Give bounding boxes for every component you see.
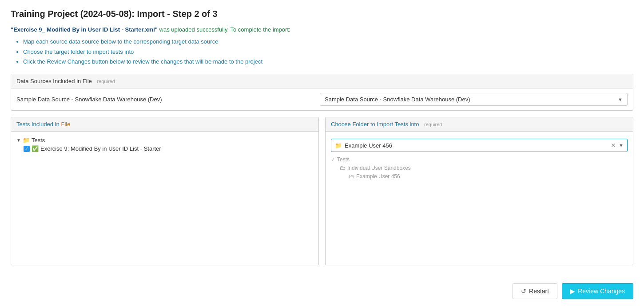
data-source-label: Sample Data Source - Snowflake Data Ware…: [16, 96, 314, 103]
tree-root-item: ▼ 📁 Tests: [16, 136, 313, 144]
folder-tree-label-0: Tests: [337, 156, 350, 163]
folder-tree-item-1: 🗁 Individual User Sandboxes: [340, 164, 628, 172]
data-source-mapping-row: Sample Data Source - Snowflake Data Ware…: [11, 88, 633, 110]
checkbox-icon[interactable]: [24, 146, 30, 152]
instruction-item-3: Click the Review Changes button below to…: [23, 57, 633, 67]
review-changes-label: Review Changes: [578, 288, 625, 295]
folder-tree: ✓ Tests 🗁 Individual User Sandboxes 🗁 Ex…: [331, 156, 628, 180]
two-panel-row: Tests Included in File ▼ 📁 Tests ✅ Exerc…: [11, 117, 633, 265]
folder-tree-item-0: ✓ Tests: [331, 156, 628, 164]
tests-panel-header: Tests Included in File: [11, 117, 318, 132]
filename-text: "Exercise 9_ Modified By in User ID List…: [11, 26, 158, 33]
chevron-down-icon: ▼: [16, 138, 21, 143]
instruction-item-2: Choose the target folder to import tests…: [23, 48, 633, 57]
tests-panel-header-suffix: File: [61, 121, 70, 128]
data-sources-header-text: Data Sources Included in File: [16, 78, 92, 84]
restart-button[interactable]: ↺ Restart: [513, 283, 557, 299]
tree-child-item: ✅ Exercise 9: Modified By in User ID Lis…: [24, 144, 313, 153]
tests-included-panel: Tests Included in File ▼ 📁 Tests ✅ Exerc…: [11, 117, 319, 265]
data-source-target-dropdown[interactable]: Sample Data Source - Snowflake Data Ware…: [320, 93, 628, 106]
instruction-item-1: Map each source data source below to the…: [23, 37, 633, 47]
data-sources-panel: Data Sources Included in File required S…: [11, 74, 633, 111]
folder-dropdown[interactable]: 📁 Example User 456 ✕ ▼: [331, 139, 628, 152]
footer-buttons: ↺ Restart ▶ Review Changes: [513, 283, 633, 299]
page-title: Training Project (2024-05-08): Import - …: [11, 9, 633, 19]
clear-folder-button[interactable]: ✕: [611, 142, 616, 149]
folder-selected-value: Example User 456: [345, 142, 392, 149]
choose-folder-header: Choose Folder to Import Tests into requi…: [326, 117, 633, 132]
upload-status-text: was uploaded successfully. To complete t…: [158, 26, 290, 33]
data-source-target-value: Sample Data Source - Snowflake Data Ware…: [325, 96, 470, 103]
restart-icon: ↺: [521, 288, 526, 295]
folder-dropdown-arrow-icon: ▼: [619, 143, 624, 148]
restart-label: Restart: [529, 288, 549, 295]
folder-gray-icon-1: 🗁: [340, 164, 346, 171]
folder-tree-item-2: 🗁 Example User 456: [349, 172, 628, 180]
checkmark-gray-icon: ✓: [331, 156, 335, 163]
check-circle-icon: ✅: [32, 145, 39, 152]
intro-block: "Exercise 9_ Modified By in User ID List…: [11, 25, 633, 67]
folder-selected-icon: 📁: [335, 142, 342, 149]
review-changes-button[interactable]: ▶ Review Changes: [562, 283, 633, 299]
tree-child-label: Exercise 9: Modified By in User ID List …: [40, 145, 161, 152]
folder-gray-icon-2: 🗁: [349, 173, 354, 180]
data-sources-header: Data Sources Included in File required: [11, 74, 633, 88]
arrow-right-icon: ▶: [570, 288, 575, 295]
instruction-list: Map each source data source below to the…: [23, 37, 633, 67]
data-sources-required: required: [97, 79, 115, 84]
choose-folder-body: 📁 Example User 456 ✕ ▼ ✓ Tests 🗁 Individ…: [326, 132, 633, 265]
folder-tree-label-2: Example User 456: [356, 173, 400, 180]
folder-tree-label-1: Individual User Sandboxes: [347, 165, 411, 171]
choose-folder-title: Choose Folder to Import Tests into: [331, 121, 419, 128]
dropdown-arrow-icon: ▼: [618, 97, 623, 102]
tree-root-label: Tests: [32, 137, 45, 144]
tests-panel-header-prefix: Tests Included in: [16, 121, 61, 128]
tests-tree-body: ▼ 📁 Tests ✅ Exercise 9: Modified By in U…: [11, 132, 318, 265]
choose-folder-panel: Choose Folder to Import Tests into requi…: [325, 117, 633, 265]
choose-folder-required: required: [424, 122, 442, 127]
folder-icon: 📁: [23, 137, 30, 144]
